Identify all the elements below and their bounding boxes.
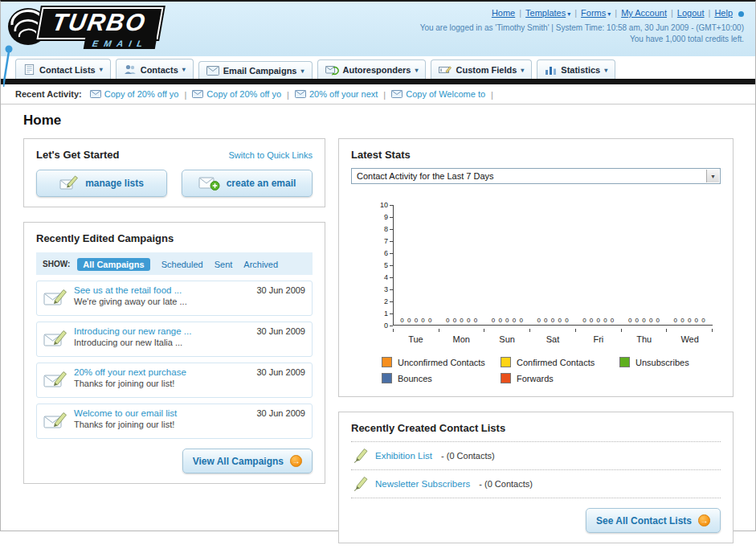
show-label: SHOW: (43, 260, 70, 268)
legend-swatch (501, 357, 511, 367)
y-tick-label: 0 (384, 322, 388, 329)
activity-item-label: Copy of 20% off yo (206, 89, 281, 99)
x-tick-mark (393, 329, 394, 332)
recent-activity-item[interactable]: Copy of 20% off yo (192, 89, 281, 99)
switch-quick-links-link[interactable]: Switch to Quick Links (228, 150, 313, 160)
tab-custom-fields[interactable]: Custom Fields▾ (431, 59, 532, 79)
legend-label: Unconfirmed Contacts (398, 358, 485, 367)
bar-group-mon: 0 0 0 0 0 (439, 317, 485, 324)
top-link-logout[interactable]: Logout (677, 8, 705, 18)
chart-plot-area: 0 0 0 0 00 0 0 0 00 0 0 0 00 0 0 0 00 0 … (393, 205, 713, 326)
main-content: Home Let's Get Started Switch to Quick L… (1, 104, 755, 549)
tab-label: Contact Lists (39, 65, 96, 75)
tab-contacts[interactable]: Contacts▾ (116, 59, 194, 79)
pencil-icon (353, 448, 369, 464)
x-tick-mark (439, 329, 439, 332)
campaign-title-link[interactable]: See us at the retail food ... (74, 285, 250, 295)
contact-list-count: - (0 Contacts) (439, 451, 495, 461)
main-nav: Contact Lists▾Contacts▾Email Campaigns▾A… (1, 56, 755, 79)
campaign-subtitle: Thanks for joining our list! (74, 379, 250, 388)
stats-period-select[interactable]: Contact Activity for the Last 7 Days ▼ (351, 168, 721, 184)
chart-legend: Unconfirmed ContactsConfirmed ContactsUn… (382, 357, 738, 383)
get-started-title: Let's Get Started (36, 149, 120, 161)
contact-list-link[interactable]: Newsletter Subscribers (375, 479, 470, 489)
chevron-down-icon: ▾ (182, 66, 186, 73)
x-tick-mark (575, 329, 576, 332)
x-label-tue: Tue (393, 334, 439, 344)
recent-activity-item[interactable]: Copy of 20% off yo (90, 89, 179, 99)
campaign-text: See us at the retail food ...We're givin… (74, 285, 250, 311)
tab-label: Email Campaigns (223, 66, 297, 76)
campaign-date: 30 Jun 2009 (256, 285, 305, 311)
filter-archived[interactable]: Archived (243, 260, 278, 269)
email-edit-icon (43, 328, 67, 352)
bar-group-sun: 0 0 0 0 0 (484, 317, 530, 324)
decorative-dot (738, 11, 744, 17)
campaign-item[interactable]: 20% off your next purchaseThanks for joi… (36, 363, 313, 398)
tab-label: Statistics (561, 65, 600, 75)
campaign-date: 30 Jun 2009 (256, 326, 305, 352)
campaign-item[interactable]: Welcome to our email listThanks for join… (36, 404, 313, 439)
filter-sent[interactable]: Sent (215, 260, 233, 269)
tab-autoresponders[interactable]: Autoresponders▾ (317, 59, 427, 79)
chevron-down-icon: ▼ (706, 170, 719, 182)
campaign-title-link[interactable]: Introducing our new range ... (74, 326, 250, 336)
manage-lists-button[interactable]: manage lists (36, 170, 167, 197)
campaign-item[interactable]: Introducing our new range ...Introducing… (36, 322, 313, 357)
y-tick-label: 8 (384, 226, 388, 232)
email-edit-icon (43, 369, 67, 393)
top-link-help[interactable]: Help (714, 8, 733, 18)
header: TURBO EMAIL Home|Templates▾|Forms▾|My Ac… (1, 2, 755, 56)
campaign-item[interactable]: See us at the retail food ...We're givin… (36, 281, 313, 316)
recent-activity-items: Copy of 20% off yo|Copy of 20% off yo|20… (90, 89, 499, 100)
left-column: Let's Get Started Switch to Quick Links … (23, 138, 325, 498)
legend-label: Unsubscribes (635, 358, 689, 367)
envelope-icon (90, 90, 101, 98)
bar-group-thu: 0 0 0 0 0 (622, 317, 668, 324)
separator: | (574, 8, 577, 18)
contact-list-item: Exhibition List - (0 Contacts) (351, 442, 721, 470)
top-link-my-account[interactable]: My Account (621, 8, 667, 18)
x-label-wed: Wed (667, 334, 713, 344)
top-nav-links: Home|Templates▾|Forms▾|My Account|Logout… (420, 8, 744, 18)
page-title: Home (23, 113, 755, 129)
arrow-right-icon: → (290, 455, 302, 467)
y-tick-label: 10 (380, 202, 388, 208)
x-tick-mark (484, 329, 484, 332)
top-link-forms[interactable]: Forms▾ (581, 8, 611, 18)
campaigns-panel: Recently Edited Campaigns SHOW: All Camp… (23, 222, 325, 484)
see-all-contact-lists-button[interactable]: See All Contact Lists → (586, 508, 721, 533)
arrow-right-icon: → (698, 514, 710, 526)
activity-item-label: 20% off your next (309, 89, 378, 99)
app-logo: TURBO EMAIL (7, 6, 232, 52)
tab-email-campaigns[interactable]: Email Campaigns▾ (198, 61, 313, 79)
tab-statistics[interactable]: Statistics▾ (537, 59, 615, 79)
y-tick-label: 6 (384, 250, 388, 256)
campaign-date: 30 Jun 2009 (256, 367, 305, 393)
recent-activity-item[interactable]: Copy of Welcome to (391, 89, 485, 99)
create-an-email-button[interactable]: create an email (182, 170, 313, 197)
top-link-templates[interactable]: Templates▾ (525, 8, 570, 18)
x-label-fri: Fri (575, 334, 621, 344)
campaign-list: See us at the retail food ...We're givin… (36, 281, 313, 439)
custom-fields-icon (439, 64, 452, 76)
separator: | (671, 8, 673, 18)
filter-all-campaigns[interactable]: All Campaigns (77, 258, 149, 271)
tab-contact-lists[interactable]: Contact Lists▾ (15, 59, 111, 79)
pencil-envelope-icon (59, 174, 79, 192)
recent-activity-item[interactable]: 20% off your next (295, 89, 378, 99)
stats-period-value: Contact Activity for the Last 7 Days (357, 171, 494, 181)
nav-divider (1, 79, 755, 84)
filter-scheduled[interactable]: Scheduled (161, 260, 203, 269)
view-all-campaigns-button[interactable]: View All Campaigns → (182, 449, 313, 473)
contact-list-link[interactable]: Exhibition List (375, 451, 432, 461)
campaign-title-link[interactable]: Welcome to our email list (74, 408, 250, 418)
campaign-text: 20% off your next purchaseThanks for joi… (74, 367, 250, 393)
tab-label: Contacts (141, 65, 178, 75)
separator: | (383, 90, 386, 100)
y-tick-3: 3 (374, 286, 393, 293)
chart-y-axis: 109876543210 (374, 202, 393, 329)
activity-item-label: Copy of Welcome to (406, 89, 485, 99)
top-link-home[interactable]: Home (492, 8, 515, 18)
campaign-title-link[interactable]: 20% off your next purchase (74, 367, 250, 377)
